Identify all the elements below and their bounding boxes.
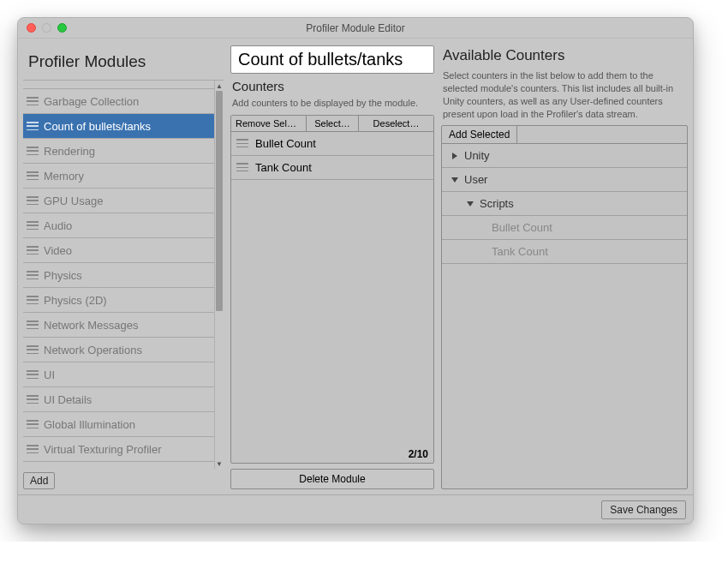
tree-row[interactable]: Scripts bbox=[442, 192, 687, 216]
module-row[interactable]: GPU Usage bbox=[23, 189, 214, 213]
drag-grip-icon[interactable] bbox=[27, 246, 39, 255]
drag-grip-icon[interactable] bbox=[27, 147, 39, 155]
counter-count: 2/10 bbox=[231, 446, 433, 463]
module-row-label: Memory bbox=[44, 170, 84, 183]
drag-grip-icon[interactable] bbox=[27, 320, 39, 329]
disclosure-triangle-icon[interactable] bbox=[466, 200, 474, 208]
counters-heading: Counters bbox=[230, 79, 434, 95]
available-heading: Available Counters bbox=[441, 45, 688, 68]
drag-grip-icon[interactable] bbox=[27, 97, 39, 105]
tree-row[interactable]: Bullet Count bbox=[442, 216, 687, 240]
module-row-label: UI Details bbox=[44, 393, 92, 406]
tree-row-label: Bullet Count bbox=[492, 221, 552, 234]
add-module-button[interactable]: Add bbox=[23, 472, 55, 489]
deselect-all-button[interactable]: Deselect… bbox=[359, 116, 433, 131]
module-list: Garbage CollectionCount of bullets/tanks… bbox=[23, 81, 214, 469]
module-row[interactable]: Network Messages bbox=[23, 313, 214, 338]
select-all-button[interactable]: Select… bbox=[307, 116, 359, 131]
tree-row-label: Unity bbox=[464, 149, 490, 162]
module-row-label: Count of bullets/tanks bbox=[44, 120, 151, 133]
module-row-label: Garbage Collection bbox=[44, 95, 139, 108]
tree-row-label: Tank Count bbox=[492, 245, 548, 258]
module-row-label: UI bbox=[44, 368, 55, 381]
titlebar[interactable]: Profiler Module Editor bbox=[18, 18, 693, 39]
profiler-module-editor-window: Profiler Module Editor Profiler Modules … bbox=[17, 17, 694, 524]
drag-grip-icon[interactable] bbox=[27, 420, 39, 428]
module-name-input[interactable]: Count of bullets/tanks bbox=[230, 45, 434, 74]
remove-selected-button[interactable]: Remove Sele… bbox=[231, 116, 307, 131]
save-changes-button[interactable]: Save Changes bbox=[601, 500, 686, 519]
svg-marker-0 bbox=[452, 153, 457, 159]
module-row-label: GPU Usage bbox=[44, 195, 103, 207]
scroll-up-icon[interactable]: ▲ bbox=[215, 81, 224, 91]
drag-grip-icon[interactable] bbox=[27, 196, 39, 205]
drag-grip-icon[interactable] bbox=[236, 163, 248, 171]
module-row-label: Network Messages bbox=[44, 319, 139, 332]
module-row[interactable]: Garbage Collection bbox=[23, 89, 214, 114]
add-selected-button[interactable]: Add Selected bbox=[442, 126, 517, 143]
minimize-icon bbox=[42, 23, 51, 33]
module-row[interactable]: UI Details bbox=[23, 387, 214, 412]
module-row-label: Virtual Texturing Profiler bbox=[44, 443, 162, 456]
counter-row-label: Bullet Count bbox=[255, 137, 316, 150]
modules-heading: Profiler Modules bbox=[23, 45, 224, 80]
drag-grip-icon[interactable] bbox=[27, 395, 39, 404]
tree-row[interactable]: Unity bbox=[442, 144, 687, 168]
module-row[interactable]: Physics bbox=[23, 263, 214, 288]
drag-grip-icon[interactable] bbox=[27, 271, 39, 279]
window-title: Profiler Module Editor bbox=[306, 22, 404, 34]
disclosure-triangle-icon[interactable] bbox=[451, 176, 459, 184]
module-row[interactable]: Count of bullets/tanks bbox=[23, 114, 214, 139]
available-counters-tree: UnityUserScriptsBullet CountTank Count bbox=[442, 144, 687, 488]
delete-module-button[interactable]: Delete Module bbox=[230, 469, 434, 489]
drag-grip-icon[interactable] bbox=[27, 171, 39, 180]
module-row[interactable]: Rendering bbox=[23, 139, 214, 164]
selected-counters-box: Remove Sele… Select… Deselect… Bullet Co… bbox=[230, 115, 434, 464]
drag-grip-icon[interactable] bbox=[27, 345, 39, 354]
drag-grip-icon[interactable] bbox=[27, 296, 39, 304]
scroll-thumb[interactable] bbox=[216, 91, 223, 311]
counters-helper: Add counters to be displayed by the modu… bbox=[230, 95, 434, 115]
module-row[interactable]: Global Illumination bbox=[23, 412, 214, 437]
scroll-down-icon[interactable]: ▼ bbox=[215, 458, 224, 469]
svg-marker-2 bbox=[467, 201, 474, 207]
svg-marker-1 bbox=[451, 177, 458, 183]
module-list-scrollbar[interactable]: ▲ ▼ bbox=[214, 81, 224, 469]
module-row[interactable]: Physics (2D) bbox=[23, 288, 214, 313]
drag-grip-icon[interactable] bbox=[236, 139, 248, 147]
tree-row-label: User bbox=[464, 173, 487, 186]
module-row[interactable]: UI bbox=[23, 362, 214, 387]
close-icon[interactable] bbox=[27, 23, 36, 33]
counter-row[interactable]: Tank Count bbox=[231, 156, 433, 180]
counter-row-label: Tank Count bbox=[255, 161, 312, 174]
module-row-label: Video bbox=[44, 244, 72, 257]
module-row[interactable]: Memory bbox=[23, 164, 214, 189]
module-row[interactable]: Video bbox=[23, 238, 214, 263]
zoom-icon[interactable] bbox=[57, 23, 67, 33]
module-row-label: Network Operations bbox=[44, 344, 142, 356]
tree-row[interactable]: Tank Count bbox=[442, 240, 687, 264]
drag-grip-icon[interactable] bbox=[27, 122, 39, 130]
disclosure-triangle-icon[interactable] bbox=[451, 152, 459, 160]
drag-grip-icon[interactable] bbox=[27, 221, 39, 230]
module-row[interactable]: Audio bbox=[23, 213, 214, 238]
module-row-label: Rendering bbox=[44, 145, 95, 158]
module-row[interactable]: Virtual Texturing Profiler bbox=[23, 437, 214, 462]
module-row-label: Audio bbox=[44, 219, 72, 232]
footer: Save Changes bbox=[18, 494, 693, 524]
module-row-label: Global Illumination bbox=[44, 418, 135, 431]
tree-row-label: Scripts bbox=[480, 197, 514, 210]
module-row[interactable]: Network Operations bbox=[23, 338, 214, 362]
available-helper: Select counters in the list below to add… bbox=[441, 68, 688, 125]
drag-grip-icon[interactable] bbox=[27, 445, 39, 453]
module-row-label: Physics bbox=[44, 269, 82, 282]
module-row-partial[interactable] bbox=[23, 81, 214, 89]
module-row-label: Physics (2D) bbox=[44, 294, 107, 307]
counter-row[interactable]: Bullet Count bbox=[231, 132, 433, 156]
module-detail-panel: Count of bullets/tanks Counters Add coun… bbox=[230, 39, 434, 489]
available-counters-panel: Available Counters Select counters in th… bbox=[441, 39, 688, 489]
drag-grip-icon[interactable] bbox=[27, 370, 39, 379]
modules-panel: Profiler Modules Garbage CollectionCount… bbox=[18, 39, 224, 489]
tree-row[interactable]: User bbox=[442, 168, 687, 192]
